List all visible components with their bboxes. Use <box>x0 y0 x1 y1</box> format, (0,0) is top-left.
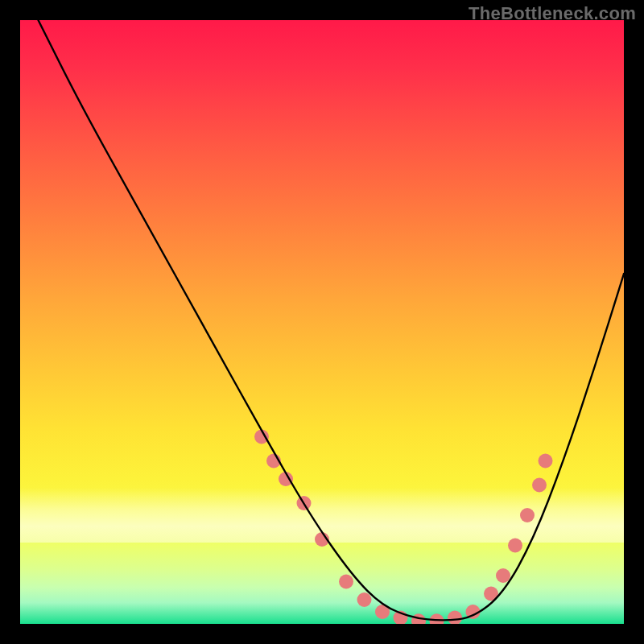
curve-marker <box>339 575 353 589</box>
curve-marker <box>357 592 372 607</box>
curve-marker <box>520 508 535 522</box>
curve-marker <box>508 539 522 553</box>
chart-frame: TheBottleneck.com <box>0 0 644 644</box>
curve-marker <box>539 454 553 469</box>
plot-area <box>20 20 624 624</box>
curve-marker <box>448 611 462 625</box>
marker-group <box>254 430 553 625</box>
curve-marker <box>496 568 510 583</box>
bottleneck-curve <box>39 20 625 620</box>
curve-marker <box>532 478 547 493</box>
curve-layer <box>20 20 624 624</box>
watermark-text: TheBottleneck.com <box>469 3 636 24</box>
